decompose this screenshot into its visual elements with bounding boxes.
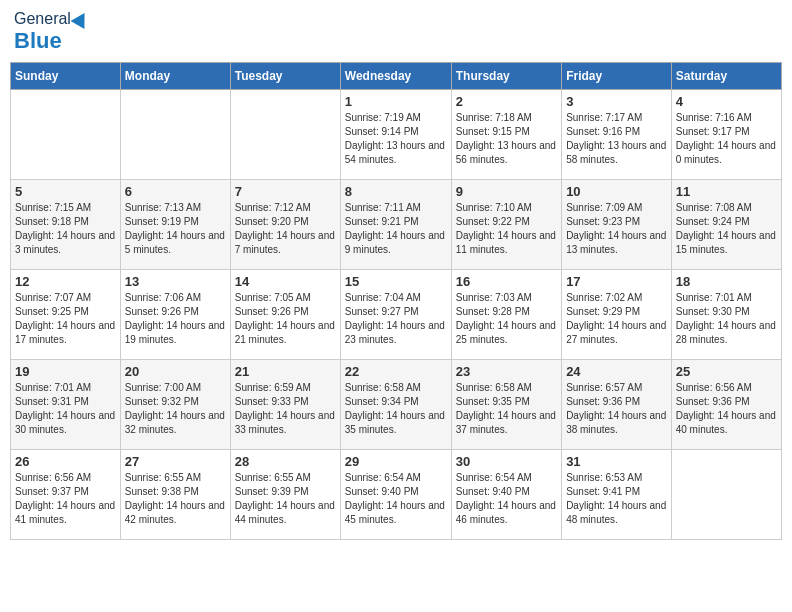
day-info-text: Daylight: 14 hours and 41 minutes. (15, 499, 116, 527)
day-info-text: Daylight: 13 hours and 54 minutes. (345, 139, 447, 167)
calendar-cell: 23Sunrise: 6:58 AMSunset: 9:35 PMDayligh… (451, 360, 561, 450)
day-info-text: Sunrise: 7:08 AM (676, 201, 777, 215)
calendar-cell: 24Sunrise: 6:57 AMSunset: 9:36 PMDayligh… (562, 360, 672, 450)
calendar-cell: 8Sunrise: 7:11 AMSunset: 9:21 PMDaylight… (340, 180, 451, 270)
day-number: 12 (15, 274, 116, 289)
day-info-text: Sunrise: 7:05 AM (235, 291, 336, 305)
day-info-text: Sunset: 9:21 PM (345, 215, 447, 229)
day-number: 18 (676, 274, 777, 289)
calendar-cell: 15Sunrise: 7:04 AMSunset: 9:27 PMDayligh… (340, 270, 451, 360)
day-info-text: Sunrise: 7:01 AM (676, 291, 777, 305)
day-info-text: Daylight: 14 hours and 21 minutes. (235, 319, 336, 347)
day-info-text: Sunrise: 7:11 AM (345, 201, 447, 215)
day-info-text: Daylight: 14 hours and 33 minutes. (235, 409, 336, 437)
calendar-cell (671, 450, 781, 540)
logo-triangle-icon (70, 9, 91, 29)
day-info-text: Daylight: 14 hours and 7 minutes. (235, 229, 336, 257)
day-info-text: Sunrise: 7:10 AM (456, 201, 557, 215)
calendar-cell: 7Sunrise: 7:12 AMSunset: 9:20 PMDaylight… (230, 180, 340, 270)
day-info-text: Sunset: 9:29 PM (566, 305, 667, 319)
day-info-text: Sunset: 9:39 PM (235, 485, 336, 499)
day-number: 14 (235, 274, 336, 289)
day-info-text: Daylight: 14 hours and 5 minutes. (125, 229, 226, 257)
calendar-cell: 14Sunrise: 7:05 AMSunset: 9:26 PMDayligh… (230, 270, 340, 360)
calendar-cell: 1Sunrise: 7:19 AMSunset: 9:14 PMDaylight… (340, 90, 451, 180)
weekday-header-saturday: Saturday (671, 63, 781, 90)
day-info-text: Sunrise: 7:19 AM (345, 111, 447, 125)
day-number: 8 (345, 184, 447, 199)
day-info-text: Sunset: 9:40 PM (456, 485, 557, 499)
day-info-text: Sunrise: 6:54 AM (456, 471, 557, 485)
day-info-text: Sunset: 9:31 PM (15, 395, 116, 409)
calendar-cell: 25Sunrise: 6:56 AMSunset: 9:36 PMDayligh… (671, 360, 781, 450)
calendar-cell: 28Sunrise: 6:55 AMSunset: 9:39 PMDayligh… (230, 450, 340, 540)
calendar-cell: 16Sunrise: 7:03 AMSunset: 9:28 PMDayligh… (451, 270, 561, 360)
day-info-text: Daylight: 14 hours and 28 minutes. (676, 319, 777, 347)
calendar-cell: 11Sunrise: 7:08 AMSunset: 9:24 PMDayligh… (671, 180, 781, 270)
day-info-text: Daylight: 14 hours and 46 minutes. (456, 499, 557, 527)
day-number: 16 (456, 274, 557, 289)
logo: General Blue (14, 10, 89, 54)
calendar-cell: 21Sunrise: 6:59 AMSunset: 9:33 PMDayligh… (230, 360, 340, 450)
day-info-text: Sunset: 9:36 PM (566, 395, 667, 409)
calendar-cell: 13Sunrise: 7:06 AMSunset: 9:26 PMDayligh… (120, 270, 230, 360)
calendar-cell: 22Sunrise: 6:58 AMSunset: 9:34 PMDayligh… (340, 360, 451, 450)
calendar-week-row: 19Sunrise: 7:01 AMSunset: 9:31 PMDayligh… (11, 360, 782, 450)
day-info-text: Sunrise: 7:15 AM (15, 201, 116, 215)
day-info-text: Daylight: 14 hours and 19 minutes. (125, 319, 226, 347)
calendar-cell: 3Sunrise: 7:17 AMSunset: 9:16 PMDaylight… (562, 90, 672, 180)
day-info-text: Daylight: 13 hours and 56 minutes. (456, 139, 557, 167)
day-info-text: Sunrise: 6:53 AM (566, 471, 667, 485)
day-info-text: Sunset: 9:22 PM (456, 215, 557, 229)
calendar-table: SundayMondayTuesdayWednesdayThursdayFrid… (10, 62, 782, 540)
day-number: 31 (566, 454, 667, 469)
calendar-cell: 10Sunrise: 7:09 AMSunset: 9:23 PMDayligh… (562, 180, 672, 270)
day-info-text: Daylight: 14 hours and 3 minutes. (15, 229, 116, 257)
calendar-week-row: 12Sunrise: 7:07 AMSunset: 9:25 PMDayligh… (11, 270, 782, 360)
day-number: 10 (566, 184, 667, 199)
day-number: 17 (566, 274, 667, 289)
day-info-text: Sunrise: 7:06 AM (125, 291, 226, 305)
calendar-cell: 2Sunrise: 7:18 AMSunset: 9:15 PMDaylight… (451, 90, 561, 180)
day-info-text: Sunrise: 7:00 AM (125, 381, 226, 395)
day-info-text: Sunset: 9:41 PM (566, 485, 667, 499)
day-info-text: Sunset: 9:30 PM (676, 305, 777, 319)
day-info-text: Daylight: 14 hours and 17 minutes. (15, 319, 116, 347)
day-info-text: Sunset: 9:35 PM (456, 395, 557, 409)
day-info-text: Sunset: 9:19 PM (125, 215, 226, 229)
calendar-week-row: 1Sunrise: 7:19 AMSunset: 9:14 PMDaylight… (11, 90, 782, 180)
weekday-header-friday: Friday (562, 63, 672, 90)
day-number: 27 (125, 454, 226, 469)
calendar-cell: 17Sunrise: 7:02 AMSunset: 9:29 PMDayligh… (562, 270, 672, 360)
day-info-text: Daylight: 14 hours and 40 minutes. (676, 409, 777, 437)
day-number: 21 (235, 364, 336, 379)
day-info-text: Daylight: 14 hours and 44 minutes. (235, 499, 336, 527)
day-info-text: Sunset: 9:26 PM (125, 305, 226, 319)
day-info-text: Sunset: 9:24 PM (676, 215, 777, 229)
calendar-cell: 26Sunrise: 6:56 AMSunset: 9:37 PMDayligh… (11, 450, 121, 540)
day-number: 2 (456, 94, 557, 109)
day-number: 4 (676, 94, 777, 109)
day-number: 25 (676, 364, 777, 379)
calendar-cell (230, 90, 340, 180)
day-info-text: Sunset: 9:37 PM (15, 485, 116, 499)
day-info-text: Daylight: 14 hours and 27 minutes. (566, 319, 667, 347)
day-number: 26 (15, 454, 116, 469)
day-info-text: Sunrise: 6:58 AM (456, 381, 557, 395)
day-info-text: Sunset: 9:25 PM (15, 305, 116, 319)
day-number: 5 (15, 184, 116, 199)
day-number: 22 (345, 364, 447, 379)
day-info-text: Sunrise: 7:12 AM (235, 201, 336, 215)
day-info-text: Sunset: 9:15 PM (456, 125, 557, 139)
calendar-cell (11, 90, 121, 180)
calendar-cell: 9Sunrise: 7:10 AMSunset: 9:22 PMDaylight… (451, 180, 561, 270)
day-info-text: Sunset: 9:33 PM (235, 395, 336, 409)
calendar-cell (120, 90, 230, 180)
day-info-text: Daylight: 14 hours and 38 minutes. (566, 409, 667, 437)
day-info-text: Daylight: 14 hours and 45 minutes. (345, 499, 447, 527)
day-info-text: Sunset: 9:32 PM (125, 395, 226, 409)
day-number: 13 (125, 274, 226, 289)
day-info-text: Sunrise: 6:55 AM (125, 471, 226, 485)
day-info-text: Sunset: 9:18 PM (15, 215, 116, 229)
day-info-text: Sunrise: 7:03 AM (456, 291, 557, 305)
